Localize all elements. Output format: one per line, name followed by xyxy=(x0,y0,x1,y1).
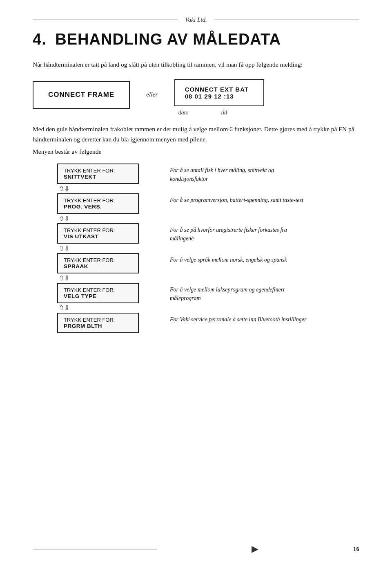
menu-box-6: TRYKK ENTER FOR: PRGRM BLTH xyxy=(57,313,139,333)
menu-item-left-5: TRYKK ENTER FOR: VELG TYPE ⇧⇩ xyxy=(57,283,155,313)
arrows-2: ⇧⇩ xyxy=(57,215,69,222)
tid-label: tid xyxy=(221,110,227,116)
connect-ext-area: CONNECT EXT BAT 08 01 29 12 :13 dato tid xyxy=(174,79,264,116)
menu-item-row: TRYKK ENTER FOR: SNITTVEKT ⇧⇩ For å se a… xyxy=(57,164,359,193)
menu-box-4: TRYKK ENTER FOR: SPRAAK xyxy=(57,253,139,273)
page-header: Vaki Ltd. xyxy=(33,16,359,23)
menu-intro: Menyen består av følgende xyxy=(33,148,359,155)
menu-item-row: TRYKK ENTER FOR: SPRAAK ⇧⇩ For å velge s… xyxy=(57,253,359,283)
connect-ext-box: CONNECT EXT BAT 08 01 29 12 :13 xyxy=(174,79,264,106)
company-name: Vaki Ltd. xyxy=(178,16,214,23)
arrows-5: ⇧⇩ xyxy=(57,304,69,312)
intro-paragraph: Når håndterminalen er tatt på land og sl… xyxy=(33,60,359,69)
menu-desc-3: For å se på hvorfor uregistrerte fisker … xyxy=(155,223,310,243)
menu-desc-4: For å velge språk mellom norsk, engelsk … xyxy=(155,253,287,264)
header-line-left xyxy=(33,20,178,20)
menu-item-left-6: TRYKK ENTER FOR: PRGRM BLTH xyxy=(57,313,155,333)
footer-line-left xyxy=(33,549,157,549)
footer-icon: ▶ xyxy=(252,544,258,554)
page-footer: ▶ 16 xyxy=(33,544,359,554)
menu-box-1: TRYKK ENTER FOR: SNITTVEKT xyxy=(57,164,139,184)
dato-label: dato xyxy=(178,110,189,116)
menu-desc-6: For Vaki service personale å sette inn B… xyxy=(155,313,306,324)
arrows-4: ⇧⇩ xyxy=(57,274,69,282)
menu-item-row: TRYKK ENTER FOR: PRGRM BLTH For Vaki ser… xyxy=(57,313,359,333)
connect-frame-box: CONNECT FRAME xyxy=(33,81,130,109)
menu-item-row: TRYKK ENTER FOR: PROG. VERS. ⇧⇩ For å se… xyxy=(57,193,359,223)
menu-box-3: TRYKK ENTER FOR: VIS UTKAST xyxy=(57,223,139,244)
arrows-3: ⇧⇩ xyxy=(57,244,69,252)
description-para1: Med den gule håndterminalen frakoblet ra… xyxy=(33,124,359,145)
page: Vaki Ltd. 4. BEHANDLING AV MÅLEDATA Når … xyxy=(0,0,392,569)
page-number: 16 xyxy=(353,546,359,553)
arrows-1: ⇧⇩ xyxy=(57,185,69,193)
menu-desc-2: For å se programversjon, batteri-spennin… xyxy=(155,193,303,204)
dato-tid-row: dato tid xyxy=(174,110,227,116)
header-line-right xyxy=(214,20,359,20)
connect-boxes-area: CONNECT FRAME eller CONNECT EXT BAT 08 0… xyxy=(33,79,359,116)
eller-label: eller xyxy=(130,79,174,98)
menu-item-left-3: TRYKK ENTER FOR: VIS UTKAST ⇧⇩ xyxy=(57,223,155,253)
menu-desc-1: For å se antall fisk i hver måling, snit… xyxy=(155,164,310,183)
menu-section: TRYKK ENTER FOR: SNITTVEKT ⇧⇩ For å se a… xyxy=(57,164,359,333)
chapter-title: 4. BEHANDLING AV MÅLEDATA xyxy=(33,31,359,48)
menu-item-row: TRYKK ENTER FOR: VELG TYPE ⇧⇩ For å velg… xyxy=(57,283,359,313)
menu-box-2: TRYKK ENTER FOR: PROG. VERS. xyxy=(57,193,139,214)
menu-item-left-1: TRYKK ENTER FOR: SNITTVEKT ⇧⇩ xyxy=(57,164,155,193)
menu-box-5: TRYKK ENTER FOR: VELG TYPE xyxy=(57,283,139,303)
menu-item-left-4: TRYKK ENTER FOR: SPRAAK ⇧⇩ xyxy=(57,253,155,283)
menu-desc-5: For å velge mellom lakseprogram og egend… xyxy=(155,283,310,302)
menu-item-row: TRYKK ENTER FOR: VIS UTKAST ⇧⇩ For å se … xyxy=(57,223,359,253)
menu-item-left-2: TRYKK ENTER FOR: PROG. VERS. ⇧⇩ xyxy=(57,193,155,223)
